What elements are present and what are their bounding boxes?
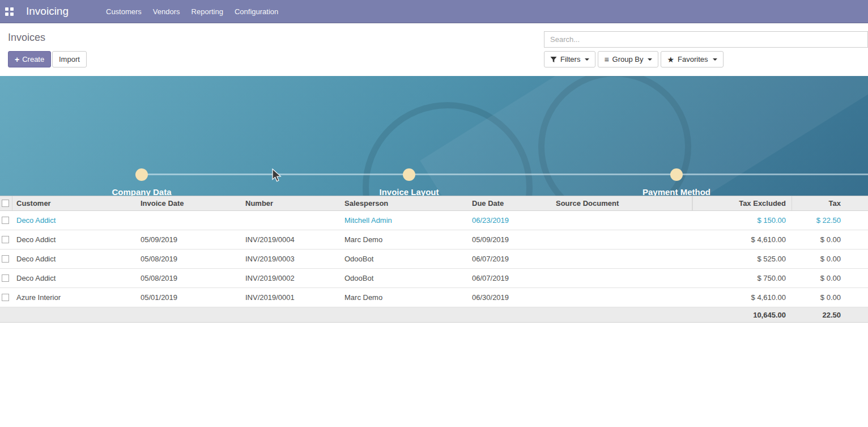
top-navbar: Invoicing Customers Vendors Reporting Co… [0,0,868,23]
cell-customer: Deco Addict [12,255,136,263]
column-header-salesperson[interactable]: Salesperson [340,199,467,208]
onboarding-step-invoice-layout: Invoice Layout Customize the look of you… [318,187,500,196]
menu-item-vendors[interactable]: Vendors [147,0,186,23]
cell-tax-excluded: $ 525.00 [692,255,792,263]
create-button[interactable]: + Create [8,51,51,67]
row-checkbox[interactable] [2,255,9,263]
cell-tax-excluded: $ 150.00 [692,216,792,225]
row-checkbox[interactable] [2,274,9,282]
cell-customer: Deco Addict [12,235,136,244]
chevron-down-icon [713,58,717,61]
chevron-down-icon [648,58,652,61]
cell-invoice-date: 05/08/2019 [136,255,241,263]
cell-tax: $ 22.50 [792,216,868,225]
step-title: Payment Method [586,187,767,196]
step-title: Company Data [51,187,232,196]
step-dot-invoice-layout [403,168,415,181]
cell-due-date: 06/30/2019 [467,293,551,302]
column-header-due-date[interactable]: Due Date [467,199,551,208]
plus-icon: + [15,56,19,64]
cell-customer: Deco Addict [12,216,136,225]
cell-number: INV/2019/0004 [241,235,340,244]
main-menu: Customers Vendors Reporting Configuratio… [100,0,284,23]
cell-salesperson: Marc Demo [340,235,467,244]
banner-decoration [420,76,868,196]
favorites-dropdown[interactable]: ★ Favorites [661,51,723,67]
group-by-icon: ≡ [604,56,609,64]
step-dot-payment-method [670,168,683,181]
cell-due-date: 06/07/2019 [467,255,551,263]
cell-salesperson: Mitchell Admin [340,216,467,225]
page-title: Invoices [8,32,45,44]
onboarding-banner: Company Data Set your company's data for… [0,76,868,196]
menu-item-configuration[interactable]: Configuration [229,0,284,23]
row-checkbox[interactable] [2,236,9,243]
column-header-source-document[interactable]: Source Document [551,196,692,210]
table-row[interactable]: Deco Addict 05/08/2019 INV/2019/0003 Odo… [0,250,868,269]
cell-tax-excluded: $ 750.00 [692,274,792,282]
chevron-down-icon [585,58,589,61]
search-options-bar: Filters ≡ Group By ★ Favorites [544,51,724,67]
cell-number: INV/2019/0001 [241,293,340,302]
cell-salesperson: OdooBot [340,255,467,263]
cell-number: INV/2019/0003 [241,255,340,263]
menu-item-reporting[interactable]: Reporting [186,0,229,23]
cell-tax-excluded: $ 4,610.00 [692,293,792,302]
group-by-label: Group By [612,55,644,64]
column-header-customer[interactable]: Customer [12,199,136,208]
cell-customer: Azure Interior [12,293,136,302]
column-header-invoice-date[interactable]: Invoice Date [136,199,241,208]
onboarding-progress-line [142,174,868,175]
table-row[interactable]: Azure Interior 05/01/2019 INV/2019/0001 … [0,288,868,307]
cell-salesperson: OdooBot [340,274,467,282]
filters-dropdown[interactable]: Filters [544,51,595,67]
table-row[interactable]: Deco Addict 05/08/2019 INV/2019/0002 Odo… [0,269,868,288]
row-checkbox[interactable] [2,294,9,301]
list-header-row: Customer Invoice Date Number Salesperson… [0,196,868,211]
search-input[interactable] [544,31,868,48]
star-icon: ★ [667,56,674,64]
total-tax-excluded: 10,645.00 [692,311,792,319]
invoices-list: Customer Invoice Date Number Salesperson… [0,196,868,323]
menu-item-customers[interactable]: Customers [100,0,147,23]
cell-invoice-date: 05/01/2019 [136,293,241,302]
apps-grid-icon[interactable] [5,7,14,16]
import-button[interactable]: Import [52,51,87,67]
cell-due-date: 06/23/2019 [467,216,551,225]
cell-salesperson: Marc Demo [340,293,467,302]
column-header-tax[interactable]: Tax [792,196,868,210]
column-header-number[interactable]: Number [241,199,340,208]
create-button-label: Create [22,55,44,64]
favorites-label: Favorites [678,55,708,64]
cell-tax: $ 0.00 [792,255,868,263]
onboarding-step-company-data: Company Data Set your company's data for… [51,187,232,196]
cell-invoice-date: 05/08/2019 [136,274,241,282]
cell-number: INV/2019/0002 [241,274,340,282]
filter-icon [550,56,557,63]
group-by-dropdown[interactable]: ≡ Group By [598,51,658,67]
import-button-label: Import [59,55,80,64]
cell-tax: $ 0.00 [792,235,868,244]
cell-tax: $ 0.00 [792,274,868,282]
cell-due-date: 06/07/2019 [467,274,551,282]
step-dot-company-data [135,168,148,181]
total-tax: 22.50 [792,311,868,319]
column-header-tax-excluded[interactable]: Tax Excluded [692,196,792,210]
app-title[interactable]: Invoicing [26,5,69,18]
table-row[interactable]: Deco Addict Mitchell Admin 06/23/2019 $ … [0,211,868,230]
row-checkbox[interactable] [2,217,9,224]
cell-invoice-date: 05/09/2019 [136,235,241,244]
step-title: Invoice Layout [318,187,500,196]
filters-label: Filters [560,55,580,64]
select-all-checkbox[interactable] [2,200,9,207]
list-footer-row: 10,645.00 22.50 [0,307,868,323]
cell-tax: $ 0.00 [792,293,868,302]
table-row[interactable]: Deco Addict 05/09/2019 INV/2019/0004 Mar… [0,230,868,250]
cell-due-date: 05/09/2019 [467,235,551,244]
cell-customer: Deco Addict [12,274,136,282]
cell-tax-excluded: $ 4,610.00 [692,235,792,244]
onboarding-step-payment-method: Payment Method Configure your payment me… [586,187,767,196]
